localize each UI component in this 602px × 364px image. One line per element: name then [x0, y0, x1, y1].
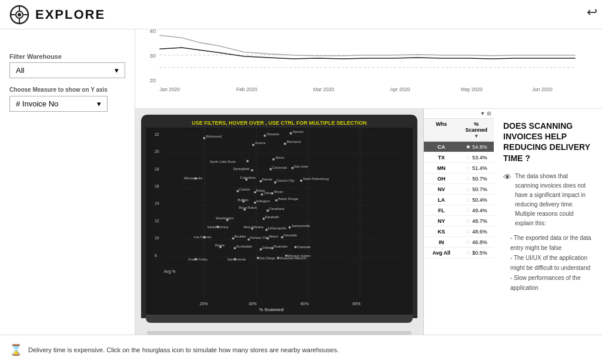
chevron-down-icon-measure: ▾ — [97, 99, 101, 108]
pct-cell: ☆ 50.7% — [459, 184, 494, 194]
svg-text:Arlington: Arlington — [256, 199, 270, 203]
laptop-base — [146, 315, 413, 323]
svg-text:10: 10 — [155, 236, 159, 240]
svg-text:New Orleans: New Orleans — [243, 225, 263, 229]
svg-text:% Scanned: % Scanned — [259, 307, 284, 312]
svg-text:Avg %: Avg % — [164, 269, 176, 274]
bottom-bar-text: Delivery time is expensive. Click on the… — [28, 346, 339, 353]
svg-text:Houston: Houston — [266, 132, 279, 136]
table-row[interactable]: FL☆ 49.4% — [424, 205, 494, 216]
svg-point-56 — [272, 158, 275, 161]
table-row[interactable]: NV☆ 50.7% — [424, 184, 494, 195]
svg-text:Scottsdale: Scottsdale — [236, 245, 252, 248]
eye-icon: 👁 — [503, 172, 511, 182]
table-row[interactable]: LA☆ 50.4% — [424, 195, 494, 205]
filter-warehouse-label: Filter Warehouse — [9, 53, 125, 60]
left-panel: Filter Warehouse All ▾ Choose Measure to… — [0, 29, 135, 364]
table-row[interactable]: KS☆ 48.6% — [424, 226, 494, 237]
svg-text:Buffalo: Buffalo — [238, 198, 249, 202]
table-row[interactable]: NY☆ 48.7% — [424, 216, 494, 226]
svg-text:Grand Forks: Grand Forks — [188, 258, 208, 261]
svg-text:Apr 2020: Apr 2020 — [390, 86, 410, 92]
svg-point-44 — [203, 137, 205, 139]
back-button[interactable]: ↩ — [587, 5, 597, 20]
star-icon[interactable]: ☆ — [466, 239, 471, 245]
pct-cell: ☆ 46.8% — [459, 237, 494, 247]
whs-cell: NY — [424, 216, 459, 226]
svg-text:80%: 80% — [353, 302, 361, 306]
svg-text:14: 14 — [155, 201, 159, 205]
svg-text:20: 20 — [155, 149, 159, 153]
filter-warehouse-dropdown[interactable]: All ▾ — [9, 62, 125, 78]
col-header-pct-scanned: % Scanned ▼ — [459, 119, 494, 141]
scatter-plot[interactable]: 22 20 18 16 14 12 10 8 — [146, 128, 413, 312]
svg-text:20: 20 — [149, 77, 156, 84]
svg-text:Detroit: Detroit — [262, 178, 273, 181]
svg-point-58 — [251, 169, 253, 172]
star-icon[interactable]: ☆ — [466, 207, 471, 213]
whs-cell: OH — [424, 174, 459, 183]
bottom-bar: ⌛ Delivery time is expensive. Click on t… — [0, 335, 602, 364]
whs-cell: NV — [424, 185, 459, 194]
whs-cell: TX — [424, 153, 459, 162]
table-row[interactable]: Avg All☆ $0.5% — [424, 248, 494, 258]
laptop-frame: USE FILTERS, HOVER OVER , USE CTRL FOR M… — [141, 115, 417, 318]
main-content: USE FILTERS, HOVER OVER , USE CTRL FOR M… — [135, 109, 602, 335]
bullet-item: - The UI/UX of the application might be … — [510, 253, 593, 273]
chart-svg: 40 30 20 Jan 2020 Feb 2020 Mar 2020 Apr … — [145, 23, 578, 93]
svg-text:Washington: Washington — [216, 216, 234, 220]
hourglass-icon[interactable]: ⌛ — [9, 343, 22, 356]
star-icon[interactable]: ☆ — [466, 186, 471, 192]
table-row[interactable]: OH☆ 50.7% — [424, 173, 494, 184]
table-row[interactable]: IN☆ 46.8% — [424, 237, 494, 248]
logo-icon — [9, 5, 29, 25]
svg-text:Bowie: Bowie — [215, 243, 225, 247]
star-icon[interactable]: ☆ — [466, 228, 471, 235]
star-icon[interactable]: ☆ — [466, 154, 471, 161]
measure-label: Choose Measure to show on Y axis — [9, 86, 108, 93]
pct-cell: ☆ $0.5% — [459, 248, 494, 258]
chevron-down-icon: ▾ — [115, 66, 119, 75]
sort-icon[interactable]: ▼ — [474, 133, 479, 139]
svg-text:30: 30 — [149, 52, 156, 59]
svg-text:San Diego: San Diego — [259, 256, 276, 260]
svg-point-78 — [261, 193, 263, 196]
svg-text:Boulder: Boulder — [234, 235, 246, 238]
svg-text:North Little Rock: North Little Rock — [210, 160, 235, 163]
svg-point-72 — [300, 179, 302, 182]
svg-text:Cleveland: Cleveland — [269, 207, 284, 211]
table-icons-row: ▼ ⊞ — [424, 109, 494, 119]
info-body-text: The data shows that scanning invoices do… — [515, 172, 593, 228]
table-row[interactable]: TX☆ 53.4% — [424, 152, 494, 163]
whs-cell: Avg All — [424, 248, 459, 258]
svg-text:Denver: Denver — [293, 130, 304, 133]
measure-dropdown[interactable]: # Invoice No ▾ — [9, 96, 108, 112]
star-icon[interactable]: ★ — [466, 143, 471, 150]
whs-cell: IN — [424, 238, 459, 247]
star-icon[interactable]: ☆ — [466, 165, 471, 171]
svg-point-46 — [264, 135, 266, 137]
scatter-banner: USE FILTERS, HOVER OVER , USE CTRL FOR M… — [146, 118, 413, 128]
eye-icon-row: 👁 The data shows that scanning invoices … — [503, 172, 593, 228]
svg-text:Utica: Utica — [264, 191, 272, 195]
pct-cell: ☆ 50.4% — [459, 195, 494, 205]
svg-text:Feb 2020: Feb 2020 — [236, 86, 257, 92]
filter-icon[interactable]: ▼ ⊞ — [480, 111, 491, 116]
table-row[interactable]: MN☆ 51.4% — [424, 163, 494, 173]
svg-text:San Antonio: San Antonio — [228, 258, 246, 261]
star-icon[interactable]: ☆ — [466, 249, 471, 256]
svg-text:Charlotte: Charlotte — [296, 245, 310, 249]
col-header-whs: Whs — [424, 119, 459, 141]
svg-text:Mar 2020: Mar 2020 — [313, 86, 335, 92]
svg-text:Bismarck: Bismarck — [287, 140, 301, 143]
star-icon[interactable]: ☆ — [466, 196, 471, 203]
table-row[interactable]: CA★ 54.8% — [424, 142, 494, 152]
bullet-item: - The exported data or the data entry mi… — [510, 233, 593, 253]
info-panel: DOES SCANNING INVOICES HELP REDUCING DEL… — [494, 109, 602, 335]
svg-point-52 — [284, 143, 286, 145]
warehouse-table: ▼ ⊞ Whs % Scanned ▼ CA★ 54.8%TX☆ 53.4%MN… — [423, 109, 494, 335]
star-icon[interactable]: ☆ — [466, 218, 471, 224]
app-title: EXPLORE — [35, 7, 105, 22]
star-icon[interactable]: ☆ — [466, 175, 471, 182]
svg-text:Glendale: Glendale — [283, 233, 297, 237]
